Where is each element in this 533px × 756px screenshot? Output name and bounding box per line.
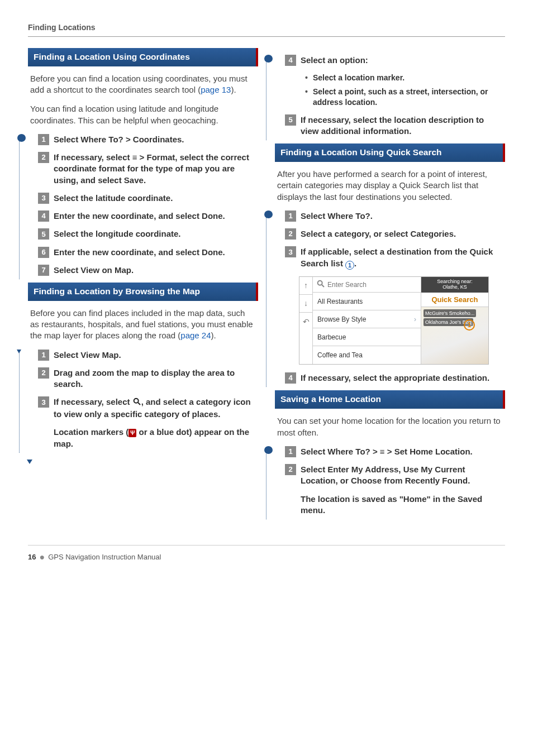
search-input: Enter Search (313, 277, 421, 293)
scroll-up-icon: ↑ (299, 277, 312, 295)
scroll-down-icon: ↓ (299, 295, 312, 313)
step-text: If necessary, select , and select a cate… (54, 396, 256, 420)
footer-title: GPS Navigation Instruction Manual (48, 552, 161, 562)
step-number: 3 (285, 246, 296, 257)
section-title-coordinates: Finding a Location Using Coordinates (28, 48, 258, 66)
page-link-24[interactable]: page 24 (180, 331, 211, 340)
step-result: The location is saved as "Home" in the S… (301, 494, 503, 516)
chevron-right-icon: › (414, 315, 416, 324)
step-number: 4 (285, 55, 296, 66)
step-text: Select the longitude coordinate. (54, 228, 256, 240)
searching-near-banner: Searching near: Olathe, KS (421, 277, 488, 293)
intro-paragraph: You can set your home location for the l… (277, 415, 503, 438)
page-link-13[interactable]: page 13 (201, 85, 231, 94)
intro-paragraph: Before you can find places included in t… (30, 308, 256, 342)
quick-search-title: Quick Search (421, 293, 488, 307)
section-title-home-location: Saving a Home Location (275, 390, 505, 409)
step-text: Enter the new coordinate, and select Don… (54, 210, 256, 222)
svg-line-3 (322, 285, 324, 287)
bullet-icon: ● (39, 551, 45, 563)
step-number: 5 (285, 114, 296, 126)
page-footer: 16 ● GPS Navigation Instruction Manual (28, 545, 505, 563)
svg-point-0 (134, 399, 138, 403)
step-text: Enter the new coordinate, and select Don… (54, 247, 256, 258)
step-text: Select View on Map. (54, 265, 256, 276)
step-number: 7 (38, 265, 49, 276)
step-text: If necessary, select ≡ > Format, select … (54, 152, 256, 186)
step-text: Select an option: (301, 55, 503, 66)
step-number: 4 (38, 210, 49, 222)
step-number: 1 (38, 350, 49, 361)
intro-text-end: ). (231, 85, 236, 94)
intro-text: Before you can find places included in t… (30, 308, 253, 341)
running-header: Finding Locations (28, 22, 505, 37)
list-item: Browse By Style› (313, 310, 421, 328)
step-text: Select the latitude coordinate. (54, 193, 256, 204)
list-item: Barbecue (313, 328, 421, 346)
step-number: 1 (285, 210, 296, 222)
step-number: 3 (38, 193, 49, 204)
search-placeholder: Enter Search (327, 280, 367, 289)
page-number: 16 (28, 552, 36, 562)
quick-search-map: McGuire's Smokeho... Oklahoma Joe's Bbq … (421, 307, 488, 364)
step-text: Select Where To? > ≡ > Set Home Location… (301, 446, 503, 457)
list-item: Coffee and Tea (313, 346, 421, 364)
step-text: If necessary, select the appropriate des… (301, 372, 503, 384)
step-text: Drag and zoom the map to display the are… (54, 367, 256, 390)
bullet-item: Select a point, such as a street, inters… (305, 87, 505, 108)
step-number: 2 (38, 152, 49, 163)
step-number: 4 (285, 372, 296, 384)
step-text: Select Enter My Address, Use My Current … (301, 464, 503, 487)
step-number: 1 (285, 446, 296, 457)
step-text: Select Where To? > Coordinates. (54, 134, 256, 145)
list-item: All Restaurants (313, 293, 421, 310)
bullet-item: Select a location marker. (305, 73, 505, 83)
step-number: 3 (38, 396, 49, 408)
step-number: 2 (285, 228, 296, 240)
step-number: 2 (38, 367, 49, 379)
step-text: Select View Map. (54, 350, 256, 361)
step-text: Select Where To?. (301, 210, 503, 222)
step-number: 2 (285, 464, 296, 475)
step-number: 1 (38, 134, 49, 145)
magnify-icon (132, 397, 141, 409)
quick-search-result: McGuire's Smokeho... (423, 309, 476, 317)
back-icon: ↶ (299, 313, 312, 331)
intro-paragraph: After you have performed a search for a … (277, 169, 503, 203)
section-title-quick-search: Finding a Location Using Quick Search (275, 143, 505, 162)
intro-text-end: ). (211, 331, 216, 340)
callout-ref-1-icon: 1 (345, 261, 354, 270)
step-number: 6 (38, 247, 49, 258)
step-result: Location markers (Ψ or a blue dot) appea… (54, 427, 256, 449)
step-number: 5 (38, 228, 49, 240)
intro-paragraph: Before you can find a location using coo… (30, 73, 256, 96)
section-title-browsing-map: Finding a Location by Browsing the Map (28, 283, 258, 301)
location-pin-icon: Ψ (129, 429, 136, 438)
step-text: Select a category, or select Categories. (301, 228, 503, 240)
step-text: If applicable, select a destination from… (301, 246, 503, 270)
callout-1-icon: 1 (464, 319, 475, 331)
step-text: If necessary, select the location descri… (301, 114, 503, 137)
intro-paragraph-2: You can find a location using latitude a… (30, 103, 256, 126)
flow-continue-icon (27, 460, 32, 464)
svg-point-2 (318, 280, 322, 285)
magnify-icon (316, 279, 325, 290)
device-screenshot: ↑ ↓ ↶ Enter Search All Restaurants Brows… (299, 276, 489, 365)
svg-line-1 (138, 403, 140, 405)
